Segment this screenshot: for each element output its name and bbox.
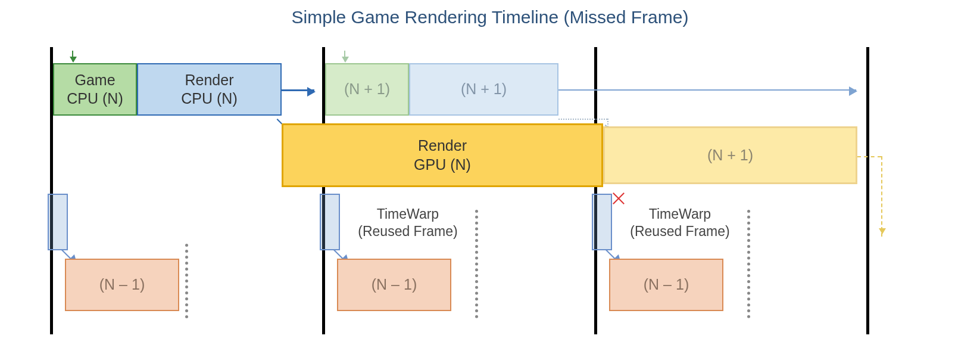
display-n-minus-1-b: (N – 1) bbox=[337, 259, 451, 311]
render-gpu-n: Render GPU (N) bbox=[282, 123, 603, 187]
frame-start-tick-n bbox=[72, 51, 73, 61]
compositor-n-minus-1a bbox=[320, 194, 340, 250]
frame-start-tick-n1 bbox=[344, 51, 345, 61]
compositor-n-minus-2 bbox=[48, 194, 68, 250]
display-n-minus-1-c: (N – 1) bbox=[609, 259, 723, 311]
display-end-a bbox=[185, 244, 188, 318]
cpu-to-next-arrow-n1 bbox=[558, 89, 856, 91]
display-n-minus-1-a: (N – 1) bbox=[65, 259, 179, 311]
missed-frame-icon bbox=[612, 192, 625, 205]
cpu-to-gpu-conn-n1-h bbox=[558, 119, 607, 120]
timewarp-label-1: TimeWarp (Reused Frame) bbox=[345, 206, 470, 240]
display-end-b bbox=[475, 210, 478, 318]
cpu-to-next-arrow-n bbox=[282, 89, 314, 91]
gpu-n1-out-h bbox=[857, 156, 881, 157]
gpu-n1-out-v bbox=[881, 156, 882, 237]
display-end-c bbox=[747, 210, 750, 318]
render-gpu-n1: (N + 1) bbox=[603, 126, 857, 184]
timewarp-label-2: TimeWarp (Reused Frame) bbox=[617, 206, 742, 240]
vsync-line-3 bbox=[866, 47, 869, 334]
diagram-title: Simple Game Rendering Timeline (Missed F… bbox=[0, 7, 980, 27]
render-cpu-n: Render CPU (N) bbox=[137, 63, 282, 116]
game-cpu-n1: (N + 1) bbox=[325, 63, 409, 116]
compositor-n-minus-1b bbox=[592, 194, 612, 250]
game-cpu-n: Game CPU (N) bbox=[53, 63, 137, 116]
render-cpu-n1: (N + 1) bbox=[409, 63, 558, 116]
